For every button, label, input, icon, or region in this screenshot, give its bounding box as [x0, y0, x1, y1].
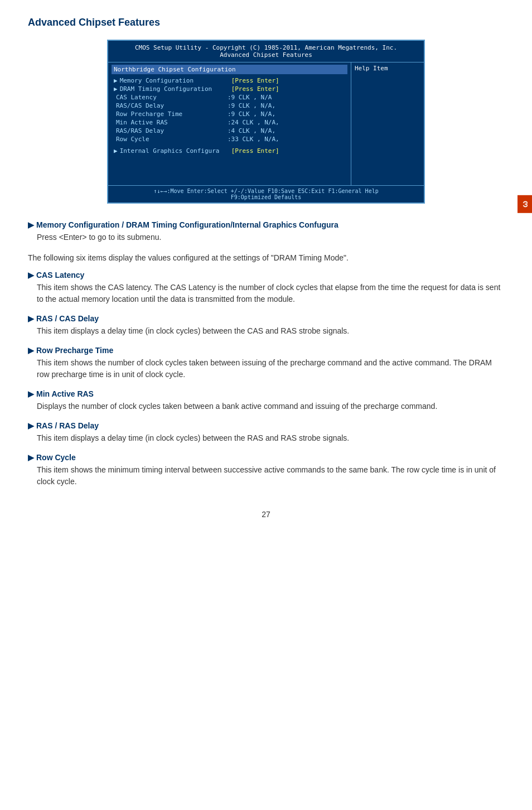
- section-body-row-precharge: This item shows the number of clock cycl…: [37, 357, 504, 380]
- bios-value-min-ras: :24 CLK , N/A,: [228, 119, 279, 126]
- following-text: The following six items display the valu…: [28, 252, 504, 264]
- section-title-ras-ras-delay: RAS / RAS Delay: [36, 421, 99, 430]
- arrow-icon-ras-ras: ▶: [28, 421, 34, 430]
- bios-label-row-cycle: Row Cycle: [116, 136, 228, 143]
- bios-footer-line2: F9:Optimized Defaults: [110, 194, 422, 200]
- bios-row-ras-cas[interactable]: RAS/CAS Delay :9 CLK , N/A,: [112, 102, 347, 110]
- bios-row-min-ras[interactable]: Min Active RAS :24 CLK , N/A,: [112, 118, 347, 127]
- section-title-cas-latency: CAS Latency: [36, 271, 84, 279]
- section-heading-ras-cas-delay: ▶ RAS / CAS Delay: [28, 314, 504, 323]
- arrow-icon-memory-dram: ▶: [28, 220, 34, 229]
- arrow-icon-min-ras: ▶: [28, 389, 34, 398]
- bios-help-label: Help Item: [355, 65, 420, 72]
- chapter-tab: ω: [518, 195, 532, 213]
- section-cas-latency: ▶ CAS Latency This item shows the CAS la…: [28, 271, 504, 305]
- bios-help-panel: Help Item: [351, 62, 424, 185]
- arrow-icon-ras-cas: ▶: [28, 314, 34, 323]
- section-title-row-precharge: Row Precharge Time: [36, 346, 113, 355]
- bios-label-memory: Memory Configuration: [120, 77, 231, 84]
- bios-screen: CMOS Setup Utility - Copyright (C) 1985-…: [107, 40, 425, 204]
- bios-footer: ↑↓←→:Move Enter:Select +/-/:Value F10:Sa…: [108, 185, 424, 202]
- bios-label-dram: DRAM Timing Configuration: [120, 85, 231, 93]
- bios-value-row-cycle: :33 CLK , N/A,: [228, 136, 279, 143]
- section-heading-min-active-ras: ▶ Min Active RAS: [28, 389, 504, 398]
- bios-label-cas: CAS Latency: [116, 94, 228, 101]
- bios-value-dram: [Press Enter]: [231, 85, 279, 93]
- bios-title-line1: CMOS Setup Utility - Copyright (C) 1985-…: [110, 44, 422, 51]
- section-heading-ras-ras-delay: ▶ RAS / RAS Delay: [28, 421, 504, 430]
- bios-body: Northbridge Chipset Configuration ▶ Memo…: [108, 62, 424, 185]
- section-title-min-active-ras: Min Active RAS: [36, 389, 94, 398]
- arrow-icon-row-cycle: ▶: [28, 453, 34, 462]
- section-body-ras-cas-delay: This item displays a delay time (in cloc…: [37, 325, 504, 337]
- bios-label-min-ras: Min Active RAS: [116, 119, 228, 126]
- section-body-row-cycle: This item shows the minimum timing inter…: [37, 464, 504, 488]
- section-heading-row-precharge: ▶ Row Precharge Time: [28, 346, 504, 355]
- arrow-icon-cas: ▶: [28, 271, 34, 279]
- bios-label-ras-ras: RAS/RAS Delay: [116, 127, 228, 134]
- bios-main-panel: Northbridge Chipset Configuration ▶ Memo…: [108, 62, 351, 185]
- bios-value-ras-ras: :4 CLK , N/A,: [228, 127, 275, 134]
- bios-footer-line1: ↑↓←→:Move Enter:Select +/-/:Value F10:Sa…: [110, 188, 422, 194]
- section-min-active-ras: ▶ Min Active RAS Displays the number of …: [28, 389, 504, 412]
- arrow-icon-row-precharge: ▶: [28, 346, 34, 355]
- section-ras-cas-delay: ▶ RAS / CAS Delay This item displays a d…: [28, 314, 504, 337]
- page-number: 27: [28, 510, 504, 519]
- section-body-ras-ras-delay: This item displays a delay time (in cloc…: [37, 432, 504, 444]
- content-area: ▶ Memory Configuration / DRAM Timing Con…: [28, 220, 504, 488]
- bios-section-header: Northbridge Chipset Configuration: [112, 65, 347, 74]
- page-title: Advanced Chipset Features: [28, 17, 504, 28]
- bios-label-internal-graphics: Internal Graphics Configura: [120, 147, 231, 155]
- bios-header: CMOS Setup Utility - Copyright (C) 1985-…: [108, 41, 424, 62]
- bios-row-row-cycle[interactable]: Row Cycle :33 CLK , N/A,: [112, 135, 347, 143]
- section-memory-dram-internal: ▶ Memory Configuration / DRAM Timing Con…: [28, 220, 504, 243]
- arrow-icon-memory: ▶: [114, 77, 118, 84]
- section-body-cas-latency: This item shows the CAS latency. The CAS…: [37, 282, 504, 305]
- bios-row-ras-ras[interactable]: RAS/RAS Delay :4 CLK , N/A,: [112, 127, 347, 135]
- bios-row-cas[interactable]: CAS Latency :9 CLK , N/A: [112, 93, 347, 102]
- arrow-icon-dram: ▶: [114, 85, 118, 93]
- bios-label-row-precharge: Row Precharge Time: [116, 110, 228, 118]
- bios-row-memory[interactable]: ▶ Memory Configuration [Press Enter]: [112, 76, 347, 85]
- arrow-icon-internal-graphics: ▶: [114, 147, 118, 155]
- bios-title-line2: Advanced Chipset Features: [110, 51, 422, 59]
- section-body-min-active-ras: Displays the number of clock cycles take…: [37, 401, 504, 412]
- section-row-cycle: ▶ Row Cycle This item shows the minimum …: [28, 453, 504, 488]
- section-title-memory-dram: Memory Configuration / DRAM Timing Confi…: [36, 220, 338, 229]
- section-row-precharge: ▶ Row Precharge Time This item shows the…: [28, 346, 504, 380]
- section-heading-row-cycle: ▶ Row Cycle: [28, 453, 504, 462]
- bios-value-ras-cas: :9 CLK , N/A,: [228, 102, 275, 109]
- section-ras-ras-delay: ▶ RAS / RAS Delay This item displays a d…: [28, 421, 504, 444]
- bios-value-row-precharge: :9 CLK , N/A,: [228, 110, 275, 118]
- section-title-ras-cas-delay: RAS / CAS Delay: [36, 314, 99, 323]
- bios-value-cas: :9 CLK , N/A: [228, 94, 272, 101]
- bios-label-ras-cas: RAS/CAS Delay: [116, 102, 228, 109]
- section-title-row-cycle: Row Cycle: [36, 453, 76, 462]
- bios-row-dram[interactable]: ▶ DRAM Timing Configuration [Press Enter…: [112, 85, 347, 93]
- bios-row-internal-graphics[interactable]: ▶ Internal Graphics Configura [Press Ent…: [112, 147, 347, 155]
- bios-row-row-precharge[interactable]: Row Precharge Time :9 CLK , N/A,: [112, 110, 347, 118]
- section-body-memory-dram: Press <Enter> to go to its submenu.: [37, 232, 504, 243]
- bios-value-memory: [Press Enter]: [231, 77, 279, 84]
- section-heading-cas-latency: ▶ CAS Latency: [28, 271, 504, 279]
- bios-value-internal-graphics: [Press Enter]: [231, 147, 279, 155]
- section-heading-memory-dram: ▶ Memory Configuration / DRAM Timing Con…: [28, 220, 504, 229]
